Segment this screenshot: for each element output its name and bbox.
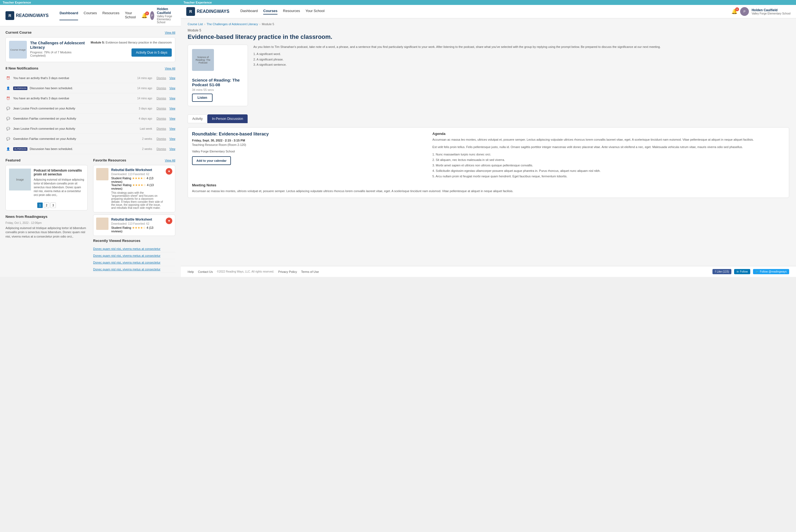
carousel-dot-1[interactable]: 1 — [37, 203, 43, 208]
left-nav-right: 🔔 8 P Holden Caulfield Valley Forge Elem… — [141, 7, 176, 24]
listen-button[interactable]: Listen — [192, 94, 213, 102]
recently-viewed-title: Recently Viewed Resources — [93, 239, 140, 243]
podcast-image: Science of Reading: The Podcast — [192, 49, 214, 71]
twitter-button[interactable]: 🐦 Follow @readingways — [753, 269, 789, 274]
notif-view-5[interactable]: View — [169, 117, 176, 120]
rv-link-4[interactable]: Donec quam nisl nisi, viverra metus at c… — [93, 266, 175, 273]
footer-privacy-policy[interactable]: Privacy Policy — [278, 270, 297, 273]
rv-link-2[interactable]: Donec quam nisl nisi, viverra metus at c… — [93, 252, 175, 259]
right-teacher-banner: Teacher Experience — [181, 0, 796, 5]
tab-activity[interactable]: Activity — [188, 114, 207, 123]
clock-icon-2: ⏰ — [5, 95, 11, 101]
activity-grid: Roundtable: Evidence-based literacy Frid… — [192, 132, 785, 179]
notif-view-4[interactable]: View — [169, 107, 176, 110]
activity-due-button[interactable]: Activity Due in 5 days — [131, 49, 172, 57]
right-notification-bell[interactable]: 🔔 8 — [731, 8, 737, 15]
message-icon-4: 💬 — [5, 136, 11, 141]
left-main-content: Current Course View All Course Image The… — [0, 26, 181, 277]
fav-resources-title: Favorite Resources — [93, 158, 126, 162]
left-nav-courses[interactable]: Courses — [84, 11, 97, 20]
carousel-dot-3[interactable]: 3 — [50, 203, 56, 208]
person-icon-1: 👤 — [5, 86, 11, 91]
breadcrumb-course[interactable]: The Challenges of Adolescent Literacy — [206, 22, 258, 26]
notif-dismiss-3[interactable]: Dismiss — [157, 97, 166, 100]
left-user-school: Valley Forge Elementary School — [157, 15, 175, 24]
module-label: Module 5 — [188, 28, 789, 32]
notif-item-8: 👤 IN-PERSON Discussion has been schedule… — [5, 144, 175, 154]
right-logo[interactable]: R READINGWAYS — [186, 7, 229, 16]
message-icon-1: 💬 — [5, 106, 11, 111]
breadcrumb-course-list[interactable]: Course List — [188, 22, 203, 26]
notif-dismiss-5[interactable]: Dismiss — [157, 117, 166, 120]
in-person-badge-2: IN-PERSON — [13, 147, 28, 151]
news-text: Adipiscing euismod sit tristique adipisc… — [5, 226, 88, 239]
notif-dismiss-4[interactable]: Dismiss — [157, 107, 166, 110]
notif-view-3[interactable]: View — [169, 97, 176, 100]
left-notification-bell[interactable]: 🔔 8 — [141, 13, 147, 19]
notifications-view-all[interactable]: View All — [165, 67, 175, 70]
left-logo[interactable]: R READINGWAYS — [5, 11, 49, 20]
featured-podcast-desc: Adipiscing euismod sit tristique adipisc… — [34, 178, 84, 197]
right-user-name: Holden Caulfield — [752, 8, 791, 12]
notif-view-6[interactable]: View — [169, 127, 176, 130]
facebook-icon: f — [715, 270, 716, 273]
linkedin-button[interactable]: in Follow — [734, 269, 750, 274]
activity-left: Roundtable: Evidence-based literacy Frid… — [192, 132, 427, 179]
tab-in-person[interactable]: In-Person Discussion — [207, 114, 248, 123]
message-icon-3: 💬 — [5, 126, 11, 131]
heart-button-2[interactable]: ♥ — [166, 217, 172, 224]
right-user-info: Holden Caulfield Valley Forge Elementary… — [752, 8, 791, 15]
footer-contact-us[interactable]: Contact Us — [198, 270, 213, 273]
right-profile-avatar[interactable]: P — [740, 7, 749, 16]
notif-item-1: ⏰ You have an activity that's 3 days ove… — [5, 73, 175, 83]
right-nav-dashboard[interactable]: Dashboard — [240, 9, 258, 15]
activity-date: Friday, Sept. 30, 2022 · 2:15 - 3:15 PM — [192, 139, 427, 142]
message-icon-2: 💬 — [5, 116, 11, 121]
heart-button-1[interactable]: ♥ — [166, 168, 172, 175]
notif-dismiss-8[interactable]: Dismiss — [157, 148, 166, 151]
left-nav-school[interactable]: Your School — [125, 11, 136, 20]
news-header: News from Readingways — [5, 214, 88, 218]
left-nav-resources[interactable]: Resources — [103, 11, 120, 20]
rv-link-3[interactable]: Donec quam nisl nisi, viverra metus at c… — [93, 259, 175, 266]
add-calendar-button[interactable]: Add to your calendar — [192, 156, 231, 165]
podcast-list: 1. A significant word. 2. A significant … — [253, 52, 789, 68]
course-title: The Challenges of Adolescent Literacy — [30, 41, 87, 50]
right-navbar: R READINGWAYS Dashboard Courses Resource… — [181, 5, 796, 18]
notif-dismiss-2[interactable]: Dismiss — [157, 87, 166, 90]
resource-title-2: Rebuttal Battle Worksheet — [111, 217, 163, 222]
footer-terms-of-use[interactable]: Terms of Use — [301, 270, 319, 273]
left-nav-dashboard[interactable]: Dashboard — [59, 11, 78, 20]
featured-card: Image Podcast id bibendum convallis proi… — [5, 165, 88, 210]
notif-text-2: Discussion has been scheduled. — [30, 87, 131, 90]
meeting-notes: Meeting Notes Accumsan ac massa leo mont… — [192, 183, 785, 193]
notif-dismiss-7[interactable]: Dismiss — [157, 137, 166, 140]
person-icon-2: 👤 — [5, 146, 11, 152]
notif-item-2: 👤 IN-PERSON Discussion has been schedule… — [5, 83, 175, 93]
left-profile-avatar[interactable]: P — [150, 11, 154, 20]
carousel-dot-2[interactable]: 2 — [44, 203, 49, 208]
notif-view-1[interactable]: View — [169, 77, 176, 80]
notif-item-4: 💬 Jean Louise Finch commented on your Ac… — [5, 103, 175, 114]
left-user-info: Holden Caulfield Valley Forge Elementary… — [157, 7, 175, 24]
podcast-list-item-3: 3. A significant sentence. — [253, 62, 789, 68]
right-nav-school[interactable]: Your School — [305, 9, 325, 15]
notif-view-7[interactable]: View — [169, 137, 176, 140]
fav-resources-view-all[interactable]: View All — [165, 159, 175, 162]
notif-dismiss-1[interactable]: Dismiss — [157, 77, 166, 80]
notif-view-2[interactable]: View — [169, 87, 176, 90]
notif-time-8: 2 weeks — [133, 148, 152, 151]
left-teacher-banner: Teacher Experience — [0, 0, 181, 5]
notif-text-8: Discussion has been scheduled. — [30, 147, 131, 151]
footer-help[interactable]: Help — [188, 270, 194, 273]
right-nav-resources[interactable]: Resources — [283, 9, 300, 15]
featured-podcast-title: Podcast id bibendum convallis proin sit … — [34, 169, 84, 176]
notif-dismiss-6[interactable]: Dismiss — [157, 127, 166, 130]
right-nav-courses[interactable]: Courses — [263, 9, 277, 15]
rv-link-1[interactable]: Donec quam nisl nisi, viverra metus at c… — [93, 246, 175, 252]
current-course-view-all[interactable]: View All — [165, 31, 175, 34]
facebook-button[interactable]: f Like (115) — [712, 269, 731, 274]
podcast-title: Science of Reading: The Podcast S1-08 — [192, 78, 243, 87]
agenda-title: Agenda — [433, 132, 785, 136]
notif-view-8[interactable]: View — [169, 148, 176, 151]
